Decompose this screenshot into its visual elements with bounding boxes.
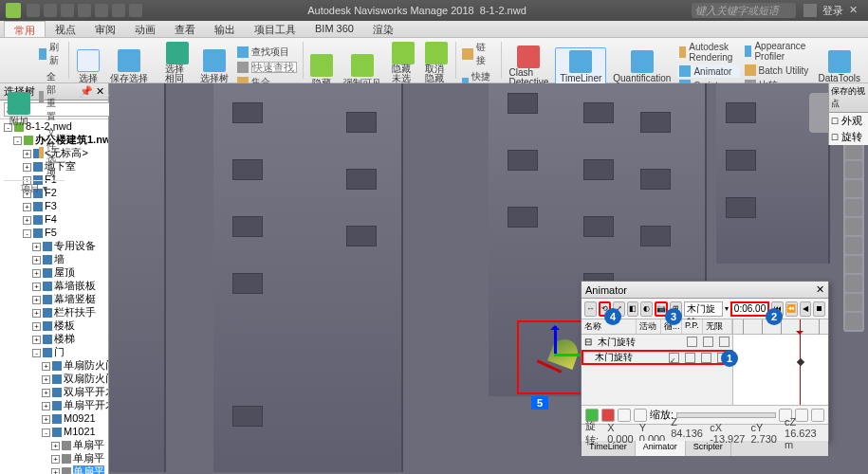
tab-home[interactable]: 常用 <box>4 21 46 37</box>
scene-combo[interactable]: 木门旋转 <box>684 301 723 317</box>
close-icon[interactable]: ✕ <box>816 283 824 296</box>
timeline[interactable] <box>733 319 828 405</box>
quantification-button[interactable]: Quantification <box>609 48 674 85</box>
pan-icon[interactable] <box>845 161 862 178</box>
orbit-icon[interactable] <box>845 199 862 216</box>
attach-button[interactable]: 附加 <box>4 90 34 130</box>
help-search[interactable]: 键入关键字或短语 <box>692 3 796 18</box>
tab-view[interactable]: 查看 <box>165 21 205 37</box>
tree-node[interactable]: +M0921 <box>0 411 108 425</box>
camera-icon[interactable] <box>845 275 862 292</box>
tab-animator[interactable]: Animator <box>636 441 686 456</box>
find-items-button[interactable]: 查找项目 <box>235 45 299 60</box>
batch-utility-button[interactable]: Batch Utility <box>743 64 812 77</box>
tree-node[interactable]: +幕墙竖梃 <box>0 292 108 305</box>
user-icon[interactable] <box>803 4 817 17</box>
viewpoint-item[interactable]: ☐ 外观 <box>829 113 868 129</box>
tree-node[interactable]: -M1021 <box>0 425 108 438</box>
fly-icon[interactable] <box>845 256 862 273</box>
datatools-button[interactable]: DataTools <box>815 48 864 85</box>
qat-refresh-icon[interactable] <box>129 4 142 17</box>
tree-node[interactable]: +单扇平 <box>0 465 108 474</box>
tree-node[interactable]: -门 <box>0 345 108 358</box>
zoom-icon[interactable] <box>845 180 862 197</box>
file-options-button[interactable]: 文件 选项 <box>37 125 65 180</box>
animation-set-row[interactable]: 木门旋转 1 <box>582 350 732 365</box>
stop-icon[interactable]: ⏹ <box>813 301 825 317</box>
tree-node[interactable]: +专用设备 <box>0 239 108 252</box>
tree-node[interactable]: +单扇平 <box>0 451 108 465</box>
tab-output[interactable]: 输出 <box>205 21 245 37</box>
tree-node[interactable]: +F3 <box>0 199 108 212</box>
save-selection-button[interactable]: 保存选择 <box>106 47 152 87</box>
tree-node[interactable]: -F5 <box>0 226 108 239</box>
navigation-bar[interactable] <box>843 140 864 332</box>
tab-review[interactable]: 审阅 <box>85 21 125 37</box>
tree-node[interactable]: +单扇防火门 <box>0 358 108 372</box>
animator-status: 旋转: X 0.000 Y 0.000 Z 84.136 ° cX -13.92… <box>582 424 828 441</box>
tree-node[interactable]: +F4 <box>0 212 108 226</box>
timeliner-button[interactable]: TimeLiner <box>555 47 606 86</box>
app-logo[interactable] <box>6 3 21 18</box>
section-icon[interactable] <box>845 294 862 311</box>
tab-viewpoint[interactable]: 视点 <box>46 21 85 37</box>
viewpoint-item[interactable]: ☐ 旋转 <box>829 129 868 145</box>
keyframe[interactable] <box>797 358 804 366</box>
translate-icon[interactable]: ↔ <box>584 301 597 317</box>
tree-node[interactable]: +单扇平 <box>0 438 108 451</box>
login-label[interactable]: 登录 <box>822 4 843 18</box>
selection-tree-button[interactable]: 选择树 <box>196 47 232 87</box>
qat-redo-icon[interactable] <box>112 4 125 17</box>
ribbon-tabs: 常用 视点 审阅 动画 查看 输出 项目工具 BIM 360 渲染 <box>0 21 868 38</box>
tab-timeliner[interactable]: TimeLiner <box>582 441 636 456</box>
refresh-button[interactable]: 刷新 <box>37 40 65 68</box>
tree-node[interactable]: +双扇平开木 <box>0 385 108 398</box>
time-input[interactable]: 0:06.00 <box>730 301 769 317</box>
qat-print-icon[interactable] <box>78 4 91 17</box>
tree-node[interactable]: +楼梯 <box>0 332 108 345</box>
scene-row[interactable]: ⊟木门旋转 <box>582 335 732 350</box>
animator-header[interactable]: Animator✕ <box>582 282 828 299</box>
qat-undo-icon[interactable] <box>95 4 108 17</box>
tree-node[interactable]: +屋顶 <box>0 265 108 279</box>
col-active: 活动 <box>637 319 661 334</box>
tab-animation[interactable]: 动画 <box>125 21 165 37</box>
autodesk-rendering-button[interactable]: Autodesk Rendering <box>677 41 739 64</box>
play-back-icon[interactable]: ◀ <box>800 301 812 317</box>
walk-icon[interactable] <box>845 237 862 254</box>
reset-all-button[interactable]: 全部重置 <box>37 69 65 124</box>
ribbon: 附加 刷新 全部重置 文件 选项 项目 ▾ 选择 保存选择 选择相同对象 选择树… <box>0 38 868 83</box>
tree-node[interactable]: +楼板 <box>0 319 108 332</box>
appearance-profiler-button[interactable]: Appearance Profiler <box>743 40 812 63</box>
move-up-icon[interactable] <box>618 409 631 422</box>
delete-scene-icon[interactable] <box>601 409 615 422</box>
tree-node[interactable]: +栏杆扶手 <box>0 305 108 319</box>
clash-detective-button[interactable]: Clash Detective <box>506 44 553 89</box>
links-button[interactable]: 链接 <box>460 40 497 68</box>
callout-2: 2 <box>766 308 783 325</box>
quick-find-input[interactable] <box>235 61 299 74</box>
color-icon[interactable]: ◧ <box>627 301 639 317</box>
tree-node[interactable]: +墙 <box>0 252 108 265</box>
tab-item-tools[interactable]: 项目工具 <box>245 21 305 37</box>
callout-3: 3 <box>665 308 682 325</box>
qat-save-icon[interactable] <box>61 4 74 17</box>
move-down-icon[interactable] <box>634 409 647 422</box>
qat-new-icon[interactable] <box>27 4 40 17</box>
step-back-icon[interactable]: ⏪ <box>785 301 798 317</box>
close-icon[interactable]: ✕ <box>849 4 862 17</box>
transparency-icon[interactable]: ◐ <box>640 301 653 317</box>
realism-icon[interactable] <box>845 313 862 330</box>
qat-open-icon[interactable] <box>44 4 57 17</box>
animator-button[interactable]: Animator <box>677 64 739 78</box>
select-button[interactable]: 选择 <box>73 47 103 87</box>
tree-node[interactable]: +双扇防火门 <box>0 372 108 385</box>
tree-node[interactable]: +单扇平开木 <box>0 398 108 411</box>
rotation-disc[interactable] <box>547 336 582 370</box>
tab-scripter[interactable]: Scripter <box>686 441 731 456</box>
tree-node[interactable]: +幕墙嵌板 <box>0 279 108 292</box>
look-icon[interactable] <box>845 218 862 235</box>
z-axis-arrow[interactable] <box>554 326 557 355</box>
tab-render[interactable]: 渲染 <box>363 21 403 37</box>
tab-bim360[interactable]: BIM 360 <box>305 21 363 37</box>
